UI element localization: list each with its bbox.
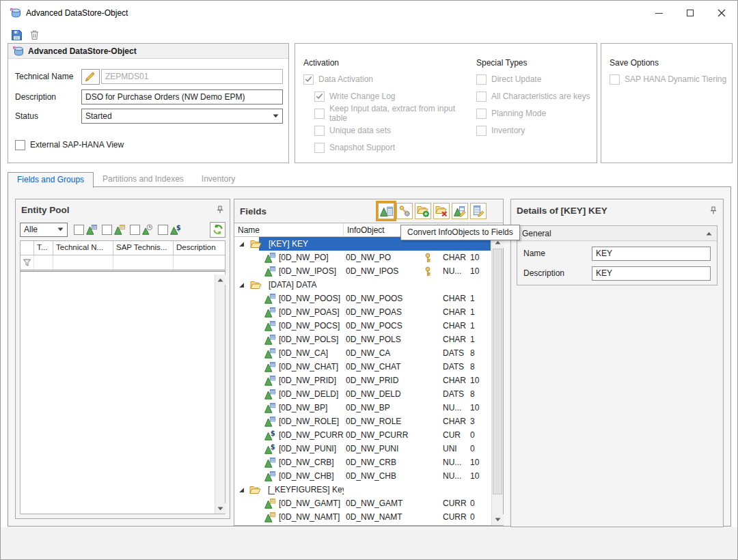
field-row[interactable]: [0D_NW_DELD]0D_NW_DELDDATS8 — [234, 387, 491, 401]
checkbox[interactable] — [314, 92, 325, 102]
field-row[interactable]: [0D_NW_IPOS]0D_NW_IPOSNU...10 — [234, 264, 491, 278]
field-group-row[interactable]: [DATA] DATA — [234, 278, 491, 292]
checkbox[interactable] — [314, 143, 325, 153]
external-hana-view-checkbox[interactable] — [15, 140, 25, 150]
field-datatype: CHAR — [438, 294, 468, 303]
entity-pool-column-header[interactable] — [20, 241, 34, 255]
scroll-up-icon[interactable] — [215, 275, 226, 285]
description-field[interactable]: DSO for Purchase Orders (NW Demo EPM) — [81, 89, 283, 104]
filter-cell[interactable] — [34, 255, 53, 270]
expand-icon[interactable] — [238, 241, 245, 247]
add-group-button[interactable] — [415, 203, 431, 219]
tab-fields-and-groups[interactable]: Fields and Groups — [8, 172, 94, 188]
field-row[interactable]: [0D_NW_POAS]0D_NW_POASCHAR1 — [234, 305, 491, 319]
checkbox[interactable] — [476, 92, 487, 102]
characteristic-icon — [264, 293, 275, 304]
entity-pool-column-header[interactable]: SAP Technis... — [113, 241, 174, 255]
field-row[interactable]: [0D_NW_POCS]0D_NW_POCSCHAR1 — [234, 319, 491, 333]
field-row[interactable]: [0D_NW_GAMT]0D_NW_GAMTCURR0 — [234, 496, 491, 510]
pin-icon[interactable] — [709, 206, 718, 214]
tab-inventory[interactable]: Inventory — [193, 172, 244, 188]
pin-icon[interactable] — [216, 206, 224, 214]
field-row[interactable]: [0D_NW_CHB]0D_NW_CHBNU...10 — [234, 469, 491, 483]
field-row[interactable]: [0D_NW_POOS]0D_NW_POOSCHAR1 — [234, 292, 491, 305]
status-label: Status — [15, 111, 81, 121]
filter-cell[interactable] — [53, 255, 113, 270]
field-length: 3 — [468, 417, 489, 426]
edit-infoobject-button[interactable] — [452, 203, 468, 219]
field-row[interactable] — [234, 524, 491, 525]
filter-funnel-cell[interactable] — [20, 255, 34, 270]
save-button[interactable] — [10, 28, 23, 42]
scroll-down-icon[interactable] — [492, 514, 504, 525]
checkbox[interactable] — [476, 126, 487, 136]
refresh-button[interactable] — [210, 222, 226, 238]
field-group-row[interactable]: [_KEYFIGURES] Key... — [234, 483, 491, 496]
field-row[interactable]: [0D_NW_ROLE]0D_NW_ROLECHAR3 — [234, 415, 491, 428]
detail-name-label: Name — [523, 249, 592, 258]
field-infoobject: 0D_NW_CA — [344, 348, 418, 358]
general-section-header[interactable]: General — [517, 226, 717, 241]
field-row[interactable]: [0D_NW_NAMT]0D_NW_NAMTCURR0 — [234, 510, 491, 524]
minimize-button[interactable] — [643, 1, 674, 25]
manage-keys-button[interactable] — [396, 203, 413, 219]
characteristic-icon — [86, 224, 97, 235]
remove-group-button[interactable] — [433, 203, 450, 219]
field-name: [0D_NW_CRB] — [279, 458, 334, 467]
checkbox[interactable] — [610, 74, 620, 85]
field-row[interactable]: [0D_NW_CHAT]0D_NW_CHATDATS8 — [234, 360, 491, 374]
entity-pool-column-header[interactable]: Technical N... — [53, 241, 113, 255]
convert-infoobjects-button[interactable] — [378, 203, 394, 219]
entity-pool-column-header[interactable]: Description — [174, 241, 225, 255]
entity-pool-column-header[interactable]: T... — [34, 241, 53, 255]
entity-filter-checkbox[interactable] — [158, 225, 168, 235]
checkbox[interactable] — [476, 74, 487, 85]
entity-filter-checkbox[interactable] — [102, 225, 112, 235]
general-section: General Name KEY Description KEY — [517, 225, 718, 285]
field-length: 10 — [468, 376, 489, 385]
entity-filter-checkbox[interactable] — [74, 225, 84, 235]
tab-partitions-and-indexes[interactable]: Partitions and Indexes — [94, 172, 193, 188]
delete-button[interactable] — [27, 28, 41, 42]
status-dropdown[interactable]: Started — [81, 109, 283, 124]
technical-name-field[interactable]: ZEPMDS01 — [101, 69, 283, 84]
edit-technical-name-button[interactable] — [81, 69, 100, 85]
characteristic-icon — [264, 307, 275, 318]
collapse-icon[interactable] — [706, 232, 712, 236]
scrollbar-thumb[interactable] — [493, 249, 502, 494]
field-row[interactable]: [0D_NW_PO]0D_NW_POCHAR10 — [234, 251, 491, 264]
field-row[interactable]: [0D_NW_POLS]0D_NW_POLSCHAR1 — [234, 333, 491, 346]
edit-field-button[interactable] — [470, 203, 487, 219]
checkbox-label: Unique data sets — [329, 126, 391, 135]
field-row[interactable]: [0D_NW_PRID]0D_NW_PRIDCHAR10 — [234, 374, 491, 387]
expand-icon[interactable] — [238, 487, 245, 493]
scroll-down-icon[interactable] — [215, 503, 226, 514]
field-row[interactable]: $[0D_NW_PUNI]0D_NW_PUNIUNI0 — [234, 442, 491, 456]
checkbox[interactable] — [314, 126, 325, 136]
field-row[interactable]: $[0D_NW_PCURR]0D_NW_PCURRCUR0 — [234, 428, 491, 442]
expand-icon[interactable] — [238, 282, 245, 288]
field-row[interactable]: [0D_NW_CA]0D_NW_CADATS8 — [234, 346, 491, 360]
detail-description-field[interactable]: KEY — [592, 266, 711, 281]
entity-pool-filter-dropdown[interactable]: Alle — [20, 223, 68, 237]
unit-icon: $ — [264, 443, 275, 454]
detail-name-field[interactable]: KEY — [592, 247, 711, 261]
filter-cell[interactable] — [113, 255, 174, 270]
checkbox[interactable] — [476, 109, 487, 119]
maximize-button[interactable] — [674, 1, 706, 25]
field-infoobject: 0D_NW_ROLE — [344, 417, 418, 426]
advanced-datastore-object-window: Advanced DataStore-Object Advanced DataS… — [0, 0, 738, 560]
filter-cell[interactable] — [174, 255, 225, 270]
checkbox[interactable] — [303, 74, 314, 85]
close-button[interactable] — [706, 1, 737, 25]
unit-icon: $ — [170, 224, 181, 235]
edit-infoobject-icon — [454, 205, 466, 217]
field-row[interactable]: [0D_NW_BP]0D_NW_BPNU...10 — [234, 401, 491, 415]
fields-scrollbar[interactable] — [491, 237, 503, 525]
entity-pool-scrollbar[interactable] — [215, 275, 225, 514]
characteristic-icon — [264, 457, 275, 468]
checkbox[interactable] — [314, 109, 325, 119]
field-row[interactable]: [0D_NW_CRB]0D_NW_CRBNU...10 — [234, 456, 491, 469]
entity-filter-checkbox[interactable] — [130, 225, 140, 235]
fields-column-name[interactable]: Name — [234, 223, 344, 236]
